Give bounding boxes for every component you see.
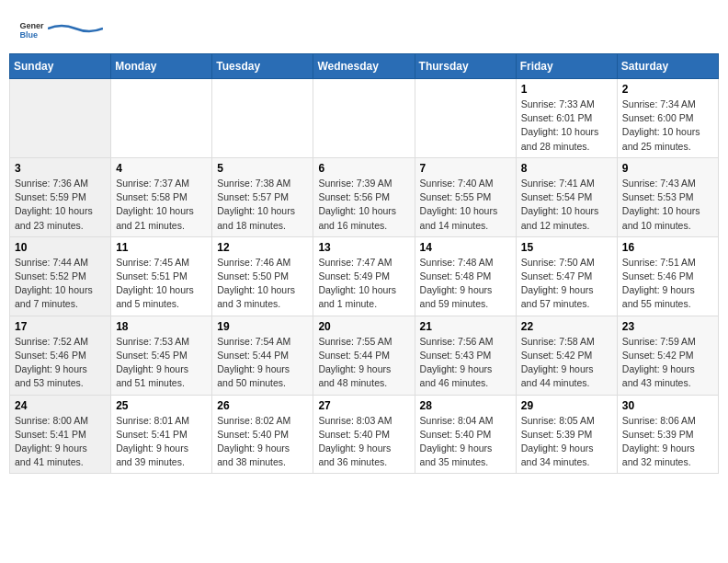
day-number: 29 <box>521 399 612 412</box>
day-info: Sunrise: 7:36 AMSunset: 5:59 PMDaylight:… <box>15 177 106 233</box>
day-number: 24 <box>15 399 106 412</box>
calendar-cell: 27Sunrise: 8:03 AMSunset: 5:40 PMDayligh… <box>313 395 415 474</box>
svg-text:General: General <box>19 21 44 30</box>
day-number: 23 <box>622 320 713 333</box>
calendar-cell: 24Sunrise: 8:00 AMSunset: 5:41 PMDayligh… <box>10 395 111 474</box>
calendar-cell: 22Sunrise: 7:58 AMSunset: 5:42 PMDayligh… <box>516 316 617 395</box>
day-info: Sunrise: 7:40 AMSunset: 5:55 PMDaylight:… <box>420 177 511 233</box>
day-number: 19 <box>217 320 308 333</box>
calendar-cell: 16Sunrise: 7:51 AMSunset: 5:46 PMDayligh… <box>617 236 718 316</box>
day-number: 12 <box>217 241 308 254</box>
day-info: Sunrise: 7:37 AMSunset: 5:58 PMDaylight:… <box>116 177 207 233</box>
calendar-cell: 28Sunrise: 8:04 AMSunset: 5:40 PMDayligh… <box>415 395 516 474</box>
day-number: 2 <box>622 83 713 96</box>
calendar-cell: 25Sunrise: 8:01 AMSunset: 5:41 PMDayligh… <box>111 395 212 474</box>
day-info: Sunrise: 8:06 AMSunset: 5:39 PMDaylight:… <box>622 414 713 470</box>
calendar-cell: 5Sunrise: 7:38 AMSunset: 5:57 PMDaylight… <box>212 157 313 236</box>
calendar-cell: 8Sunrise: 7:41 AMSunset: 5:54 PMDaylight… <box>516 157 617 236</box>
day-info: Sunrise: 7:58 AMSunset: 5:42 PMDaylight:… <box>521 335 612 391</box>
calendar-week-row: 10Sunrise: 7:44 AMSunset: 5:52 PMDayligh… <box>10 236 719 316</box>
day-number: 10 <box>15 241 106 254</box>
day-number: 15 <box>521 241 612 254</box>
day-number: 6 <box>318 162 409 175</box>
day-number: 17 <box>15 320 106 333</box>
svg-text:Blue: Blue <box>19 30 38 40</box>
day-info: Sunrise: 7:41 AMSunset: 5:54 PMDaylight:… <box>521 177 612 233</box>
calendar-cell <box>415 79 516 158</box>
calendar-cell: 6Sunrise: 7:39 AMSunset: 5:56 PMDaylight… <box>313 157 415 236</box>
day-number: 27 <box>318 399 409 412</box>
calendar-cell: 15Sunrise: 7:50 AMSunset: 5:47 PMDayligh… <box>516 236 617 316</box>
day-number: 5 <box>217 162 308 175</box>
calendar-cell: 2Sunrise: 7:34 AMSunset: 6:00 PMDaylight… <box>617 79 718 158</box>
day-info: Sunrise: 8:00 AMSunset: 5:41 PMDaylight:… <box>15 414 106 470</box>
weekday-header: Friday <box>516 54 617 79</box>
calendar-week-row: 17Sunrise: 7:52 AMSunset: 5:46 PMDayligh… <box>10 316 719 395</box>
calendar-cell: 3Sunrise: 7:36 AMSunset: 5:59 PMDaylight… <box>10 157 111 236</box>
day-info: Sunrise: 7:53 AMSunset: 5:45 PMDaylight:… <box>116 335 207 391</box>
calendar-cell: 1Sunrise: 7:33 AMSunset: 6:01 PMDaylight… <box>516 79 617 158</box>
day-info: Sunrise: 7:56 AMSunset: 5:43 PMDaylight:… <box>420 335 511 391</box>
logo-icon: General Blue <box>18 17 44 42</box>
day-number: 7 <box>420 162 511 175</box>
calendar-cell: 30Sunrise: 8:06 AMSunset: 5:39 PMDayligh… <box>617 395 718 474</box>
day-number: 16 <box>622 241 713 254</box>
day-number: 20 <box>318 320 409 333</box>
calendar-cell: 12Sunrise: 7:46 AMSunset: 5:50 PMDayligh… <box>212 236 313 316</box>
day-info: Sunrise: 8:03 AMSunset: 5:40 PMDaylight:… <box>318 414 409 470</box>
weekday-header: Wednesday <box>313 54 415 79</box>
calendar-cell: 7Sunrise: 7:40 AMSunset: 5:55 PMDaylight… <box>415 157 516 236</box>
calendar-cell <box>10 79 111 158</box>
day-number: 18 <box>116 320 207 333</box>
day-number: 4 <box>116 162 207 175</box>
day-info: Sunrise: 8:04 AMSunset: 5:40 PMDaylight:… <box>420 414 511 470</box>
day-info: Sunrise: 7:55 AMSunset: 5:44 PMDaylight:… <box>318 335 409 391</box>
day-number: 11 <box>116 241 207 254</box>
calendar-cell: 19Sunrise: 7:54 AMSunset: 5:44 PMDayligh… <box>212 316 313 395</box>
calendar-cell: 9Sunrise: 7:43 AMSunset: 5:53 PMDaylight… <box>617 157 718 236</box>
day-info: Sunrise: 7:33 AMSunset: 6:01 PMDaylight:… <box>521 98 612 154</box>
day-info: Sunrise: 7:43 AMSunset: 5:53 PMDaylight:… <box>622 177 713 233</box>
day-info: Sunrise: 7:50 AMSunset: 5:47 PMDaylight:… <box>521 256 612 312</box>
calendar-cell: 13Sunrise: 7:47 AMSunset: 5:49 PMDayligh… <box>313 236 415 316</box>
day-info: Sunrise: 7:38 AMSunset: 5:57 PMDaylight:… <box>217 177 308 233</box>
day-number: 26 <box>217 399 308 412</box>
logo-wave <box>48 23 103 34</box>
day-info: Sunrise: 7:48 AMSunset: 5:48 PMDaylight:… <box>420 256 511 312</box>
calendar-cell: 23Sunrise: 7:59 AMSunset: 5:42 PMDayligh… <box>617 316 718 395</box>
logo: General Blue <box>18 17 103 42</box>
day-number: 8 <box>521 162 612 175</box>
day-number: 13 <box>318 241 409 254</box>
calendar-cell: 21Sunrise: 7:56 AMSunset: 5:43 PMDayligh… <box>415 316 516 395</box>
calendar-cell <box>313 79 415 158</box>
calendar-week-row: 24Sunrise: 8:00 AMSunset: 5:41 PMDayligh… <box>10 395 719 474</box>
day-info: Sunrise: 7:59 AMSunset: 5:42 PMDaylight:… <box>622 335 713 391</box>
calendar-cell <box>111 79 212 158</box>
weekday-header: Saturday <box>617 54 718 79</box>
day-info: Sunrise: 7:45 AMSunset: 5:51 PMDaylight:… <box>116 256 207 312</box>
day-number: 30 <box>622 399 713 412</box>
weekday-header: Thursday <box>415 54 516 79</box>
calendar-cell: 4Sunrise: 7:37 AMSunset: 5:58 PMDaylight… <box>111 157 212 236</box>
weekday-header: Monday <box>111 54 212 79</box>
calendar-cell: 29Sunrise: 8:05 AMSunset: 5:39 PMDayligh… <box>516 395 617 474</box>
day-info: Sunrise: 7:34 AMSunset: 6:00 PMDaylight:… <box>622 98 713 154</box>
page-header: General Blue <box>9 9 719 53</box>
day-info: Sunrise: 8:01 AMSunset: 5:41 PMDaylight:… <box>116 414 207 470</box>
calendar-table: SundayMondayTuesdayWednesdayThursdayFrid… <box>9 53 719 474</box>
calendar-cell: 17Sunrise: 7:52 AMSunset: 5:46 PMDayligh… <box>10 316 111 395</box>
day-info: Sunrise: 7:47 AMSunset: 5:49 PMDaylight:… <box>318 256 409 312</box>
calendar-cell: 11Sunrise: 7:45 AMSunset: 5:51 PMDayligh… <box>111 236 212 316</box>
day-info: Sunrise: 8:02 AMSunset: 5:40 PMDaylight:… <box>217 414 308 470</box>
day-number: 9 <box>622 162 713 175</box>
day-info: Sunrise: 7:52 AMSunset: 5:46 PMDaylight:… <box>15 335 106 391</box>
weekday-header-row: SundayMondayTuesdayWednesdayThursdayFrid… <box>10 54 719 79</box>
calendar-cell: 26Sunrise: 8:02 AMSunset: 5:40 PMDayligh… <box>212 395 313 474</box>
day-number: 21 <box>420 320 511 333</box>
calendar-week-row: 1Sunrise: 7:33 AMSunset: 6:01 PMDaylight… <box>10 79 719 158</box>
weekday-header: Sunday <box>10 54 111 79</box>
calendar-cell: 14Sunrise: 7:48 AMSunset: 5:48 PMDayligh… <box>415 236 516 316</box>
day-info: Sunrise: 7:39 AMSunset: 5:56 PMDaylight:… <box>318 177 409 233</box>
day-info: Sunrise: 8:05 AMSunset: 5:39 PMDaylight:… <box>521 414 612 470</box>
day-number: 1 <box>521 83 612 96</box>
